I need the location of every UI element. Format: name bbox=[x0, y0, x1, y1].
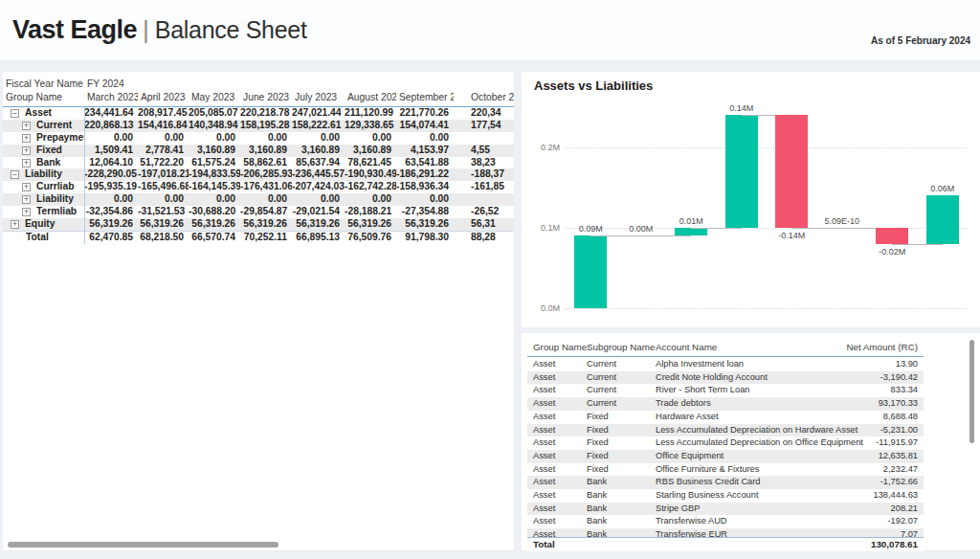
matrix-row[interactable]: +Current220,868.13154,416.84140,348.9415… bbox=[3, 120, 514, 132]
matrix-row-label: Equity bbox=[25, 218, 55, 231]
expand-plus-icon[interactable]: + bbox=[11, 220, 19, 229]
matrix-column-header[interactable]: August 2023 bbox=[345, 91, 396, 104]
matrix-cell: 220,868.13 bbox=[84, 120, 138, 132]
table-row[interactable]: AssetBankRBS Business Credit Card-1,752.… bbox=[527, 476, 924, 489]
expand-plus-icon[interactable]: + bbox=[22, 183, 31, 191]
matrix-cell: 208,917.45 bbox=[138, 107, 189, 120]
matrix-cell: -29,021.54 bbox=[292, 206, 345, 218]
cell-subgroup-name: Fixed bbox=[587, 463, 609, 477]
matrix-row[interactable]: +Fixed1,509.412,778.413,160.893,160.893,… bbox=[3, 145, 514, 157]
cell-account-name: Stripe GBP bbox=[656, 503, 701, 516]
matrix-row-header-divider bbox=[84, 107, 85, 244]
accounts-table-header-row: Group Name Subgroup Name Account Name Ne… bbox=[527, 341, 924, 354]
column-header-account-name[interactable]: Account Name bbox=[656, 341, 717, 354]
matrix-cell: 56,319.26 bbox=[345, 218, 396, 231]
matrix-cell: 56,319.26 bbox=[396, 218, 454, 231]
matrix-row[interactable]: +Currliab-195,935.19-165,496.68-164,145.… bbox=[3, 181, 514, 193]
accounts-table-vertical-scrollbar[interactable] bbox=[969, 340, 974, 443]
cell-subgroup-name: Fixed bbox=[587, 436, 609, 450]
expand-plus-icon[interactable]: + bbox=[22, 146, 31, 155]
cell-account-name: Trade debtors bbox=[656, 397, 711, 411]
matrix-cell: -28,188.21 bbox=[345, 206, 396, 218]
table-row[interactable]: AssetBankStarling Business Account138,44… bbox=[527, 489, 924, 503]
cell-net-amount: 138,444.63 bbox=[873, 489, 918, 503]
cell-subgroup-name: Current bbox=[587, 358, 616, 371]
waterfall-bar-equity[interactable] bbox=[926, 195, 959, 243]
matrix-row[interactable]: +Termliab-32,354.86-31,521.53-30,688.20-… bbox=[3, 206, 514, 218]
matrix-column-header[interactable]: May 2023 bbox=[189, 91, 240, 104]
waterfall-bar-bank[interactable] bbox=[725, 115, 758, 228]
cell-group-name: Asset bbox=[533, 489, 555, 503]
cell-account-name: Alpha Investment loan bbox=[656, 358, 744, 371]
data-label: 5.09E-10 bbox=[813, 216, 871, 226]
collapse-minus-icon[interactable]: − bbox=[11, 109, 19, 118]
table-row[interactable]: AssetFixedLess Accumulated Depreciation … bbox=[527, 436, 924, 450]
table-row[interactable]: AssetCurrentRiver - Short Term Loan833.3… bbox=[527, 384, 924, 397]
matrix-cell: 56,319.26 bbox=[138, 218, 189, 231]
matrix-row[interactable]: −Asset234,441.64208,917.45205,085.07220,… bbox=[3, 107, 514, 120]
matrix-cell: 0.00 bbox=[84, 193, 138, 206]
table-row[interactable]: AssetBankStripe GBP208.21 bbox=[527, 503, 924, 516]
cell-group-name: Asset bbox=[533, 424, 555, 437]
table-row[interactable]: AssetFixedLess Accumulated Depreciation … bbox=[527, 424, 924, 437]
matrix-row[interactable]: +Prepayment0.000.000.000.000.000.000.00 bbox=[3, 132, 514, 145]
column-header-subgroup-name[interactable]: Subgroup Name bbox=[587, 341, 655, 354]
matrix-cell: 0.00 bbox=[292, 132, 345, 145]
waterfall-bar-currliab[interactable] bbox=[775, 115, 808, 228]
table-row[interactable]: AssetBankTransferwise AUD-192.07 bbox=[527, 515, 924, 528]
matrix-cell: 12,064.10 bbox=[84, 157, 138, 169]
matrix-cell: -165,496.68 bbox=[138, 181, 189, 193]
matrix-cell: -26,52 bbox=[454, 206, 514, 218]
matrix-cell: 4,153.97 bbox=[396, 145, 454, 157]
matrix-row[interactable]: Total62,470.8568,218.5066,570.7470,252.1… bbox=[3, 231, 514, 244]
expand-plus-icon[interactable]: + bbox=[22, 195, 31, 204]
table-row[interactable]: AssetCurrentTrade debtors93,170.33 bbox=[527, 397, 924, 411]
matrix-column-header[interactable]: September 2023 bbox=[396, 91, 454, 104]
fiscal-year-name-header: Fiscal Year Name bbox=[3, 78, 84, 91]
matrix-cell: 3,160.89 bbox=[189, 145, 240, 157]
column-header-net-amount[interactable]: Net Amount (RC) bbox=[846, 341, 918, 354]
assets-vs-liabilities-chart: Assets vs Liabilities 0.0M0.1M0.2M0.09MC… bbox=[522, 72, 980, 327]
total-value: 130,078.61 bbox=[871, 538, 918, 551]
matrix-column-header[interactable]: June 2023 bbox=[240, 91, 292, 104]
matrix-column-header[interactable]: March 2023 bbox=[84, 91, 138, 104]
cell-subgroup-name: Bank bbox=[587, 515, 607, 528]
cell-subgroup-name: Fixed bbox=[587, 450, 609, 463]
expand-plus-icon[interactable]: + bbox=[22, 122, 31, 130]
y-axis-tick-label: 0.1M bbox=[529, 223, 560, 233]
table-row[interactable]: AssetFixedOffice Furniture & Fixtures2,2… bbox=[527, 463, 924, 477]
expand-plus-icon[interactable]: + bbox=[22, 208, 31, 216]
matrix-horizontal-scrollbar[interactable] bbox=[8, 542, 278, 548]
brand-name: Vast Eagle bbox=[12, 15, 137, 44]
table-row[interactable]: AssetCurrentAlpha Investment loan13.90 bbox=[527, 358, 924, 371]
cell-account-name: Less Accumulated Depreciation on Office … bbox=[656, 436, 863, 450]
matrix-row-label: Fixed bbox=[36, 145, 62, 157]
expand-plus-icon[interactable]: + bbox=[22, 159, 31, 168]
waterfall-bar-fixed[interactable] bbox=[675, 228, 707, 235]
matrix-row[interactable]: +Equity56,319.2656,319.2656,319.2656,319… bbox=[3, 218, 514, 231]
waterfall-bar-current[interactable] bbox=[574, 235, 607, 308]
matrix-cell: 0.00 bbox=[189, 193, 240, 206]
column-header-group-name[interactable]: Group Name bbox=[533, 341, 587, 354]
matrix-cell: 70,252.11 bbox=[240, 232, 292, 244]
cell-subgroup-name: Bank bbox=[587, 503, 607, 516]
total-label: Total bbox=[533, 538, 555, 551]
waterfall-bar-termliab[interactable] bbox=[876, 228, 908, 244]
matrix-row[interactable]: −Liability-228,290.05-197,018.21-194,833… bbox=[3, 168, 514, 181]
matrix-row[interactable]: +Bank12,064.1051,722.2061,575.2458,862.6… bbox=[3, 157, 514, 169]
expand-plus-icon[interactable]: + bbox=[22, 134, 31, 143]
waterfall-connector bbox=[590, 235, 641, 236]
table-row[interactable]: AssetCurrentCredit Note Holding Account-… bbox=[527, 371, 924, 385]
matrix-cell: -162,742.28 bbox=[345, 181, 396, 193]
table-row[interactable]: AssetFixedHardware Asset8,688.48 bbox=[527, 411, 924, 424]
matrix-column-header[interactable]: October 2 bbox=[454, 91, 514, 104]
cell-net-amount: 208.21 bbox=[891, 503, 918, 516]
matrix-column-header[interactable]: July 2023 bbox=[292, 91, 345, 104]
matrix-cell bbox=[454, 132, 514, 145]
matrix-cell: -29,854.87 bbox=[240, 206, 292, 218]
table-row[interactable]: AssetFixedOffice Equipment12,635.81 bbox=[527, 450, 924, 463]
matrix-row[interactable]: +Liability0.000.000.000.000.000.000.00 bbox=[3, 193, 514, 206]
y-axis-tick-label: 0.2M bbox=[529, 143, 560, 152]
matrix-column-header[interactable]: April 2023 bbox=[138, 91, 189, 104]
collapse-minus-icon[interactable]: − bbox=[11, 170, 19, 179]
